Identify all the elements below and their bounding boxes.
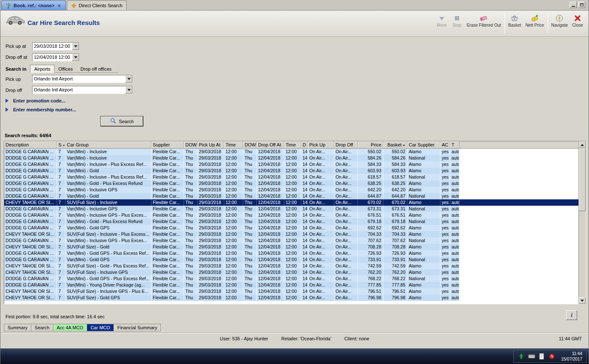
nett-price-button[interactable]: Nett Price [523,13,546,28]
result-row[interactable]: DODGE G CARAVAN ...7Van(Mini) - GoldFlex… [4,193,578,199]
result-row[interactable]: DODGE G CARAVAN ...7Van(Mini) - Inclusiv… [4,187,578,193]
result-row[interactable]: CHEVY TAHOE OR SI...7SUV(Full Size) - Go… [4,295,578,301]
basket-button[interactable]: Basket [506,13,523,28]
cell: yes [440,288,450,295]
info-button[interactable]: i [566,310,577,320]
minimize-button[interactable] [570,2,577,8]
pickup-at-combo[interactable]: 29/03/2018 12:00 [32,42,80,50]
cell: On Air... [308,269,334,276]
result-row[interactable]: CHEVY TAHOE OR SI...7SUV(Full Size) - In… [4,288,578,295]
column-header[interactable]: Price [358,141,383,148]
result-row[interactable]: CHEVY TAHOE OR SI...7SUV(Full Size) - In… [4,231,578,237]
cell: On Air... [308,206,334,212]
result-row[interactable]: DODGE G CARAVAN ...7Van(Mini) - GoldFlex… [4,168,578,174]
cell: 12/04/2018 [257,206,284,212]
column-header[interactable]: DOW [184,141,198,148]
pickup-combo[interactable]: Orlando Intl Airport [32,75,133,83]
result-row[interactable]: DODGE G CARAVAN ...7Van(Mini) - Young Dr… [4,282,578,288]
navigate-button[interactable]: Navigate [549,13,570,28]
tray-keyboard-icon[interactable] [528,353,535,360]
column-header[interactable]: AC [440,141,450,148]
tab-car-mco[interactable]: Car MCO [87,324,113,331]
status-user: User: 535 - Ajay Hunter [220,336,268,341]
column-header[interactable]: Drop Off [334,141,358,148]
column-header[interactable]: Car Supplier [407,141,440,148]
dropoff-at-label: Drop off at [6,55,27,60]
result-row[interactable]: DODGE G CARAVAN ...7Van(Mini) - Gold - P… [4,180,578,187]
column-header[interactable]: Pick Up [308,141,334,148]
column-header[interactable]: Time [224,141,243,148]
close-button[interactable]: Close [570,13,585,28]
tab-booking-ref[interactable]: Book. ref.: <none> ✕ [1,0,66,10]
tray-app-icon[interactable] [518,353,525,360]
cell: 638.25 [358,180,383,187]
result-row[interactable]: DODGE G CARAVAN ...7Van(Mini) - Gold GPS… [4,276,578,282]
tab-summary[interactable]: Summary [4,324,31,331]
result-row[interactable]: DODGE G CARAVAN ...7Van(Mini) - Inclusiv… [4,206,578,212]
expand-arrow-icon [6,108,11,112]
dropoff-at-combo[interactable]: 12/04/2018 12:00 [32,53,80,61]
cell: Alamo [407,149,440,155]
result-row[interactable]: DODGE G CARAVAN ...7Van(Mini) - Gold GPS… [4,256,578,263]
result-row[interactable]: CHEVY TAHOE OR SI...7SUV(Full Size) - Go… [4,244,578,250]
tray-alarm-icon[interactable] [548,353,556,360]
dropdown-arrow-icon[interactable] [125,75,132,83]
maximize-button[interactable] [578,2,585,8]
taskbar-clock[interactable]: 11:44 15/07/2017 [559,351,582,362]
column-header[interactable]: Car Group [66,141,151,148]
search-button[interactable]: Search [101,116,143,126]
result-row[interactable]: DODGE G CARAVAN ...7Van(Mini) - Inclusiv… [4,174,578,180]
result-row[interactable]: DODGE G CARAVAN ...7Van(Mini) - Gold - P… [4,218,578,225]
promotion-code-toggle[interactable]: Enter promotion code... [6,98,65,103]
dropoff-combo[interactable]: Orlando Intl Airport [32,86,133,94]
result-row[interactable]: DODGE G CARAVAN ...7Van(Mini) - Inclusiv… [4,237,578,244]
tray-document-icon[interactable] [538,353,545,360]
result-row[interactable]: DODGE G CARAVAN ...7Van(Mini) - Gold GPS… [4,250,578,256]
dropdown-arrow-icon[interactable] [72,54,79,61]
column-header[interactable]: Description [4,141,57,148]
result-row[interactable]: DODGE G CARAVAN ...7Van(Mini) - Inclusiv… [4,161,578,168]
erase-filtered-out-button[interactable]: Erase Filtered Out [465,13,503,28]
dropdown-arrow-icon[interactable] [125,86,132,94]
tab-financial-summary[interactable]: Financial Summary [113,324,161,331]
tab-direct-clients-search[interactable]: Direct Clients Search [67,0,127,10]
stop-button[interactable]: Stop [449,13,465,28]
column-header[interactable]: S▼ [57,141,66,148]
column-header[interactable]: T [450,141,460,148]
clients-search-icon [71,1,77,10]
result-row[interactable]: CHEVY TAHOE OR SI...7SUV(Full Size) - In… [4,269,578,276]
cell: Van(Mini) - Inclusive GPS - Plus Exces..… [66,237,151,244]
scroll-down-button[interactable] [579,297,586,304]
column-header[interactable]: Time [284,141,301,148]
cell: Thu [243,237,257,244]
filter-icon[interactable]: ▼ [62,144,65,147]
column-header[interactable]: Basket▼ [383,141,407,148]
vertical-scrollbar[interactable] [578,141,586,304]
tab-acc-4a-mco[interactable]: Acc 4A MCO [53,324,87,331]
column-header[interactable]: DOW [243,141,257,148]
membership-number-toggle[interactable]: Enter membership number... [6,107,76,112]
cell: 12:00 [224,237,243,244]
column-header[interactable]: Pick Up At [198,141,224,148]
cell: 12/04/2018 [257,174,284,180]
dropdown-arrow-icon[interactable] [72,43,79,50]
tab-offices[interactable]: Offices [55,65,77,72]
tab-airports[interactable]: Airports [30,65,55,73]
tab-close-icon[interactable]: ✕ [57,3,62,8]
column-header[interactable]: D [301,141,308,148]
column-header[interactable]: Supplier [151,141,184,148]
result-row[interactable]: DODGE G CARAVAN ...7Van(Mini) - Inclusiv… [4,149,578,155]
cell: 707.62 [383,237,407,244]
scrollbar-thumb[interactable] [579,149,586,211]
more-button[interactable]: More [434,13,449,28]
scroll-up-button[interactable] [579,141,586,148]
result-row[interactable]: DODGE G CARAVAN ...7Van(Mini) - Inclusiv… [4,212,578,218]
tab-dropoff-offices[interactable]: Drop off offices [77,65,116,72]
result-row[interactable]: CHEVY TAHOE OR SI...7SUV(Full Size) - Go… [4,263,578,269]
result-row[interactable]: CHEVY TAHOE OR SI...7SUV(Full Size) - In… [4,199,578,206]
tab-search[interactable]: Search [31,324,53,331]
result-row[interactable]: DODGE G CARAVAN ...7Van(Mini) - Inclusiv… [4,155,578,161]
taskbar[interactable]: 11:44 15/07/2017 [0,348,589,364]
column-header[interactable]: Drop Off At [257,141,284,148]
result-row[interactable]: DODGE G CARAVAN ...7Van(Mini) - Gold GPS… [4,225,578,231]
